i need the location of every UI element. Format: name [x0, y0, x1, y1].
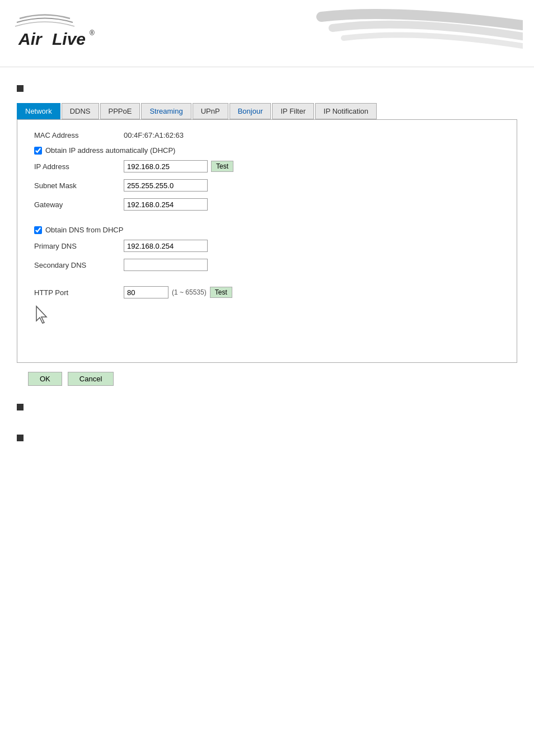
bottom-section	[17, 403, 517, 442]
ip-input[interactable]	[124, 160, 208, 172]
wave-svg	[310, 6, 523, 62]
mac-value: 00:4F:67:A1:62:63	[124, 131, 184, 139]
secondary-dns-input[interactable]	[124, 259, 208, 271]
primary-dns-input[interactable]	[124, 240, 208, 252]
http-test-button[interactable]: Test	[210, 287, 232, 298]
header: Air Live ®	[0, 0, 534, 67]
bullet-text-3	[29, 433, 31, 442]
main-content: Network DDNS PPPoE Streaming UPnP Bonjou…	[0, 67, 534, 470]
subnet-input[interactable]	[124, 179, 208, 192]
http-port-input[interactable]	[124, 286, 168, 298]
tab-network[interactable]: Network	[17, 103, 60, 119]
cancel-button[interactable]: Cancel	[68, 372, 114, 386]
form-panel: MAC Address 00:4F:67:A1:62:63 Obtain IP …	[17, 119, 517, 363]
tab-upnp[interactable]: UPnP	[193, 103, 228, 119]
cursor-area	[34, 305, 505, 329]
mac-label: MAC Address	[34, 131, 124, 139]
ok-button[interactable]: OK	[28, 372, 62, 386]
gateway-label: Gateway	[34, 200, 124, 209]
gateway-input[interactable]	[124, 198, 208, 211]
ip-test-button[interactable]: Test	[211, 161, 233, 172]
tabs-container: Network DDNS PPPoE Streaming UPnP Bonjou…	[17, 103, 517, 386]
logo: Air Live ®	[14, 8, 98, 58]
http-port-row: HTTP Port (1 ~ 65535) Test	[34, 286, 505, 298]
dhcp-checkbox[interactable]	[34, 147, 42, 155]
cursor-icon	[34, 305, 52, 325]
bullet-text-2	[29, 403, 31, 411]
http-port-label: HTTP Port	[34, 288, 124, 297]
tab-streaming[interactable]: Streaming	[141, 103, 191, 119]
svg-text:Air: Air	[18, 30, 43, 48]
dns-dhcp-label: Obtain DNS from DHCP	[45, 226, 123, 234]
bullet-icon-1	[17, 85, 24, 92]
bullet-section-2	[17, 403, 517, 411]
dns-dhcp-checkbox[interactable]	[34, 226, 42, 234]
dhcp-checkbox-row[interactable]: Obtain IP address automatically (DHCP)	[34, 146, 505, 155]
bullet-section-1	[17, 84, 517, 92]
primary-dns-row: Primary DNS	[34, 240, 505, 252]
bullet-section-3	[17, 433, 517, 442]
subnet-mask-row: Subnet Mask	[34, 179, 505, 192]
tab-ddns[interactable]: DDNS	[62, 103, 99, 119]
action-buttons: OK Cancel	[28, 372, 517, 386]
tab-ip-notification[interactable]: IP Notification	[315, 103, 377, 119]
tabs-bar: Network DDNS PPPoE Streaming UPnP Bonjou…	[17, 103, 517, 119]
secondary-dns-row: Secondary DNS	[34, 259, 505, 271]
http-port-hint: (1 ~ 65535)	[172, 288, 207, 296]
tab-pppoe[interactable]: PPPoE	[100, 103, 140, 119]
svg-text:Live: Live	[52, 30, 86, 48]
logo-svg: Air Live ®	[14, 8, 98, 56]
gateway-row: Gateway	[34, 198, 505, 211]
primary-dns-label: Primary DNS	[34, 242, 124, 250]
bullet-icon-3	[17, 435, 24, 441]
svg-text:®: ®	[90, 29, 95, 37]
tab-bonjour[interactable]: Bonjour	[229, 103, 271, 119]
ip-address-row: IP Address Test	[34, 160, 505, 172]
tab-ip-filter[interactable]: IP Filter	[272, 103, 314, 119]
bullet-icon-2	[17, 404, 24, 410]
subnet-label: Subnet Mask	[34, 181, 124, 190]
ip-label: IP Address	[34, 162, 124, 171]
header-decoration	[310, 6, 523, 63]
dns-dhcp-checkbox-row[interactable]: Obtain DNS from DHCP	[34, 226, 505, 234]
dhcp-label: Obtain IP address automatically (DHCP)	[45, 146, 175, 155]
mac-address-row: MAC Address 00:4F:67:A1:62:63	[34, 131, 505, 139]
secondary-dns-label: Secondary DNS	[34, 261, 124, 269]
